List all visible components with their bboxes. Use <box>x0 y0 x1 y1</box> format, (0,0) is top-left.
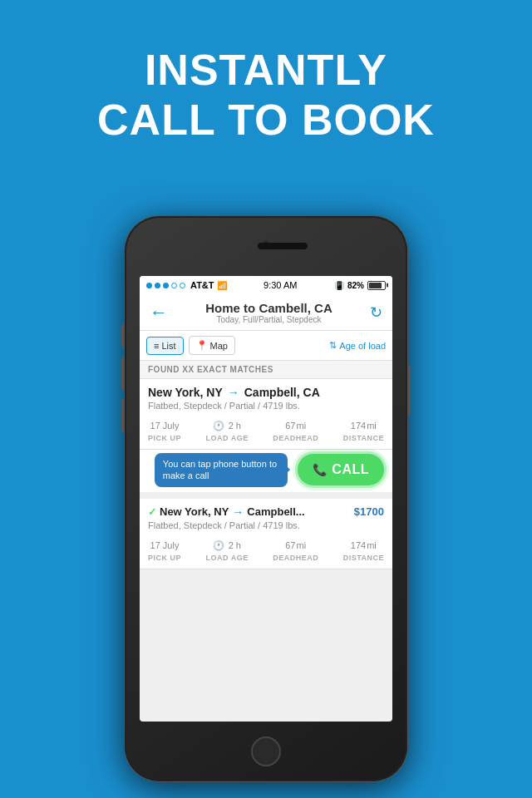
phone-call-icon: 📞 <box>313 463 328 476</box>
battery-fill <box>369 283 382 288</box>
load-card-1: New York, NY → Campbell, CA Flatbed, Ste… <box>140 379 392 450</box>
card1-distance: 174mi <box>343 417 384 432</box>
header-title: INSTANTLY CALL TO BOOK <box>0 0 532 145</box>
card1-load-age-label: LOAD AGE <box>206 434 249 442</box>
card2-checkmark: ✓ <box>148 506 156 518</box>
wifi-icon: 📶 <box>217 281 227 290</box>
map-filter-btn[interactable]: 📍 Map <box>189 336 235 355</box>
status-bar: AT&T 📶 9:30 AM 📳 82% <box>140 276 392 294</box>
battery-pct: 82% <box>347 281 364 290</box>
list-icon: ≡ <box>154 341 159 351</box>
nav-title-area: Home to Cambell, CA Today, Full/Partial,… <box>205 301 332 324</box>
sort-icon: ⇅ <box>329 340 337 351</box>
call-button-label: CALL <box>332 462 369 477</box>
signal-dot-3 <box>163 283 169 288</box>
card1-deadhead-stat: 67mi DEADHEAD <box>273 417 318 442</box>
call-button[interactable]: 📞 CALL <box>298 454 384 485</box>
call-area: You can tap phone button to make a call … <box>140 450 392 499</box>
card2-load-age-stat: 🕐 2 h LOAD AGE <box>206 537 249 562</box>
phone-speaker <box>258 243 308 249</box>
card1-route: New York, NY → Campbell, CA <box>148 386 384 399</box>
card2-load-type: Flatbed, Stepdeck / Partial / 4719 lbs. <box>148 520 384 530</box>
card2-pickup-label: PICK UP <box>148 554 181 562</box>
nav-subtitle: Today, Full/Partial, Stepdeck <box>205 315 332 324</box>
signal-dot-2 <box>155 283 160 288</box>
battery-tip <box>387 283 388 288</box>
card2-origin: New York, NY <box>160 505 229 518</box>
card2-distance: 174mi <box>343 537 384 552</box>
phone-home-button <box>251 736 281 766</box>
clock-icon-2: 🕐 <box>213 540 224 550</box>
carrier-label: AT&T <box>190 280 214 290</box>
card2-deadhead-stat: 67mi DEADHEAD <box>273 537 318 562</box>
age-of-load-filter[interactable]: ⇅ Age of load <box>329 340 386 351</box>
side-button-mute <box>121 324 125 347</box>
map-pin-icon: 📍 <box>196 340 208 351</box>
bluetooth-icon: 📳 <box>334 281 344 290</box>
list-filter-btn[interactable]: ≡ List <box>146 337 184 355</box>
card2-route: ✓ New York, NY → Campbell... $1700 <box>148 505 384 519</box>
card1-load-age: 🕐 2 h <box>206 417 249 432</box>
clock-icon-1: 🕐 <box>213 421 224 431</box>
card2-load-age: 🕐 2 h <box>206 537 249 552</box>
side-button-power <box>407 366 411 416</box>
card2-pickup-date: 17 July <box>148 537 181 552</box>
results-label: FOUND XX EXACT MATCHES <box>140 361 392 379</box>
status-right: 📳 82% <box>334 281 386 290</box>
card2-deadhead: 67mi <box>273 537 318 552</box>
card1-deadhead: 67mi <box>273 417 318 432</box>
nav-title: Home to Cambell, CA <box>205 301 332 315</box>
card1-distance-label: DISTANCE <box>343 434 384 442</box>
signal-dot-5 <box>180 283 185 288</box>
card1-deadhead-label: DEADHEAD <box>273 434 318 442</box>
age-filter-label: Age of load <box>339 341 386 351</box>
refresh-button[interactable]: ↻ <box>370 303 382 322</box>
list-label: List <box>161 341 175 351</box>
card2-stats: 17 July PICK UP 🕐 2 h LOAD AGE <box>148 537 384 562</box>
card2-distance-stat: 174mi DISTANCE <box>343 537 384 562</box>
card1-arrow: → <box>228 386 239 399</box>
card1-destination: Campbell, CA <box>244 386 320 399</box>
card1-load-age-stat: 🕐 2 h LOAD AGE <box>206 417 249 442</box>
phone-mockup: AT&T 📶 9:30 AM 📳 82% ← <box>125 216 407 781</box>
card1-load-type: Flatbed, Stepdeck / Partial / 4719 lbs. <box>148 401 384 411</box>
card2-price: $1700 <box>354 505 384 518</box>
card2-arrow: → <box>232 505 244 519</box>
tooltip-bubble: You can tap phone button to make a call <box>155 453 288 487</box>
signal-dot-4 <box>171 283 177 288</box>
card2-deadhead-label: DEADHEAD <box>273 554 318 562</box>
status-left: AT&T 📶 <box>146 280 227 290</box>
filter-bar: ≡ List 📍 Map ⇅ Age of load <box>140 331 392 361</box>
card1-origin: New York, NY <box>148 386 223 399</box>
battery-icon <box>367 281 386 290</box>
card1-pickup-stat: 17 July PICK UP <box>148 417 181 442</box>
status-time: 9:30 AM <box>264 280 297 290</box>
map-label: Map <box>210 341 228 351</box>
load-card-2: ✓ New York, NY → Campbell... $1700 Flatb… <box>140 499 392 569</box>
side-button-vol-down <box>121 399 125 432</box>
phone-screen: AT&T 📶 9:30 AM 📳 82% ← <box>140 276 392 722</box>
side-button-vol-up <box>121 357 125 391</box>
signal-dot-1 <box>146 283 152 288</box>
card1-pickup-label: PICK UP <box>148 434 181 442</box>
nav-bar: ← Home to Cambell, CA Today, Full/Partia… <box>140 294 392 331</box>
card2-distance-label: DISTANCE <box>343 554 384 562</box>
card1-pickup-date: 17 July <box>148 417 181 432</box>
card2-destination: Campbell... <box>247 505 304 518</box>
tooltip-text: You can tap phone button to make a call <box>163 459 277 480</box>
card2-load-age-label: LOAD AGE <box>206 554 249 562</box>
back-button[interactable]: ← <box>150 303 168 322</box>
card1-stats: 17 July PICK UP 🕐 2 h LOAD AGE <box>148 417 384 442</box>
card2-pickup-stat: 17 July PICK UP <box>148 537 181 562</box>
card1-distance-stat: 174mi DISTANCE <box>343 417 384 442</box>
